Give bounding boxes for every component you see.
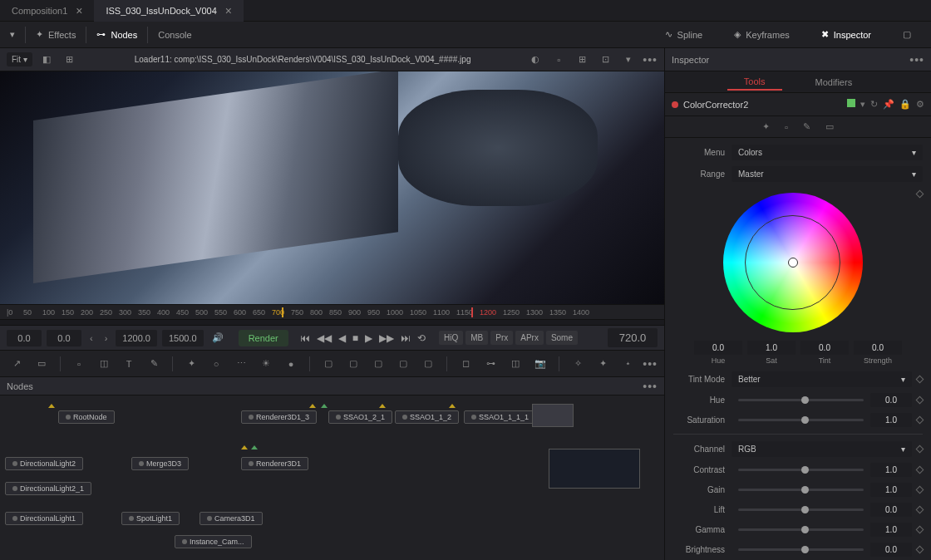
hue-value[interactable]: 0.0 bbox=[870, 393, 912, 407]
more-icon[interactable]: ••• bbox=[643, 380, 658, 393]
play-back-icon[interactable]: ◀ bbox=[338, 332, 346, 344]
inspector-button[interactable]: ✖ Inspector bbox=[811, 22, 881, 48]
tab-curves-icon[interactable]: ✎ bbox=[803, 121, 810, 132]
keyframes-button[interactable]: ◈ Keyframes bbox=[724, 22, 800, 48]
menu-button[interactable]: ▾ bbox=[0, 22, 25, 48]
sparkle-icon[interactable]: ✦ bbox=[181, 354, 201, 374]
play-icon[interactable]: ▶ bbox=[365, 332, 372, 344]
saturation-value[interactable]: 1.0 bbox=[870, 413, 912, 427]
lift-slider[interactable] bbox=[738, 508, 864, 511]
end-time[interactable]: 1500.0 bbox=[162, 330, 204, 346]
box3-icon[interactable]: ▢ bbox=[368, 354, 388, 374]
drop-icon[interactable]: ● bbox=[281, 354, 301, 374]
fx2-icon[interactable]: ✦ bbox=[593, 354, 613, 374]
effects-button[interactable]: ✦ Effects bbox=[26, 22, 86, 48]
node-dirlight2[interactable]: DirectionalLight2 bbox=[5, 457, 83, 470]
cube-icon[interactable]: ◫ bbox=[505, 354, 525, 374]
playhead-marker[interactable] bbox=[282, 307, 283, 317]
color-chip[interactable] bbox=[847, 99, 855, 107]
channel-dropdown[interactable]: RGB▾ bbox=[732, 441, 912, 457]
fforward-icon[interactable]: ▶▶ bbox=[379, 332, 394, 344]
expand-icon[interactable]: ⊡ bbox=[596, 51, 614, 69]
range-dropdown[interactable]: Master▾ bbox=[732, 166, 923, 182]
tint-value[interactable]: 0.0 bbox=[800, 341, 849, 355]
node-dirlight21[interactable]: DirectionalLight2_1 bbox=[5, 482, 91, 495]
aprx-button[interactable]: APrx bbox=[515, 331, 544, 345]
node-ssao1111[interactable]: SSAO1_1_1_1 bbox=[464, 410, 536, 424]
keyframe-button[interactable] bbox=[916, 486, 924, 494]
contrast-value[interactable]: 1.0 bbox=[870, 463, 912, 477]
last-frame-icon[interactable]: ⏭ bbox=[401, 332, 411, 344]
first-frame-icon[interactable]: ⏮ bbox=[300, 332, 310, 344]
some-button[interactable]: Some bbox=[546, 331, 578, 345]
dots-icon[interactable]: ⋯ bbox=[231, 354, 251, 374]
tab-settings-icon[interactable]: ▭ bbox=[825, 121, 834, 132]
sun-icon[interactable]: ☀ bbox=[256, 354, 276, 374]
time-ruler[interactable]: |0 50 100 150 200 250 300 350 400 450 50… bbox=[0, 304, 664, 319]
nodes-canvas[interactable]: RootNode Renderer3D1_3 SSAO1_2_1 SSAO1_1… bbox=[0, 395, 664, 560]
keyframe-button[interactable] bbox=[916, 546, 924, 554]
more-icon[interactable]: ••• bbox=[643, 357, 658, 371]
mb-button[interactable]: MB bbox=[466, 331, 488, 345]
circle-icon[interactable]: ○ bbox=[206, 354, 226, 374]
rect-icon[interactable]: ▭ bbox=[32, 354, 52, 374]
more-icon[interactable]: ••• bbox=[643, 53, 658, 66]
more-icon[interactable]: ••• bbox=[909, 53, 924, 66]
keyframe-button[interactable] bbox=[916, 416, 924, 425]
reset-icon[interactable]: ↻ bbox=[870, 99, 878, 110]
close-icon[interactable]: × bbox=[225, 4, 232, 17]
keyframe-button[interactable] bbox=[916, 506, 924, 514]
view-icon[interactable]: ▫ bbox=[549, 51, 568, 69]
settings-icon[interactable]: ⚙ bbox=[916, 99, 924, 110]
scrub-bar[interactable] bbox=[0, 319, 664, 326]
cam-icon[interactable]: 📷 bbox=[530, 354, 550, 374]
fx1-icon[interactable]: ✧ bbox=[568, 354, 588, 374]
gain-value[interactable]: 1.0 bbox=[870, 483, 912, 497]
pin-icon[interactable]: 📌 bbox=[883, 99, 894, 110]
audio-icon[interactable]: 🔊 bbox=[209, 332, 227, 343]
node-dirlight1[interactable]: DirectionalLight1 bbox=[5, 512, 83, 525]
tab-correction-icon[interactable]: ✦ bbox=[762, 121, 770, 132]
box5-icon[interactable]: ▢ bbox=[418, 354, 438, 374]
out-time[interactable]: 1200.0 bbox=[116, 330, 157, 346]
keyframe-button[interactable] bbox=[916, 466, 924, 474]
current-frame[interactable]: 720.0 bbox=[608, 328, 658, 347]
box4-icon[interactable]: ▢ bbox=[393, 354, 413, 374]
tintmode-dropdown[interactable]: Better▾ bbox=[732, 371, 912, 387]
hiq-button[interactable]: HiQ bbox=[439, 331, 463, 345]
color-wheel[interactable] bbox=[723, 193, 863, 332]
fx3-icon[interactable]: ⋆ bbox=[618, 354, 638, 374]
next-icon[interactable]: › bbox=[101, 333, 111, 343]
arrow-icon[interactable]: ↗ bbox=[7, 354, 27, 374]
node-thumb2[interactable] bbox=[549, 449, 640, 489]
monitor-button[interactable]: ▢ bbox=[893, 22, 921, 48]
node-renderer3d13[interactable]: Renderer3D1_3 bbox=[241, 410, 317, 424]
close-icon[interactable]: × bbox=[76, 4, 82, 17]
hue-slider[interactable] bbox=[738, 399, 864, 401]
split-icon[interactable]: ◧ bbox=[37, 51, 56, 69]
menu-dropdown[interactable]: Colors▾ bbox=[732, 145, 923, 160]
node-ssao21[interactable]: SSAO1_2_1 bbox=[328, 410, 392, 424]
keyframe-button[interactable] bbox=[916, 396, 924, 405]
keyframe-button[interactable] bbox=[916, 190, 924, 199]
saturation-slider[interactable] bbox=[738, 419, 864, 421]
node-rootnode[interactable]: RootNode bbox=[58, 410, 115, 424]
tab-tools[interactable]: Tools bbox=[727, 74, 782, 91]
tab-levels-icon[interactable]: ▫ bbox=[785, 122, 788, 132]
grid-icon[interactable]: ⊞ bbox=[61, 51, 79, 69]
gain-slider[interactable] bbox=[738, 489, 864, 491]
gamma-slider[interactable] bbox=[738, 528, 864, 531]
console-button[interactable]: Console bbox=[148, 22, 201, 48]
loop-icon[interactable]: ⟲ bbox=[417, 332, 426, 344]
in-time[interactable]: 0.0 bbox=[47, 330, 81, 346]
tab-composition1[interactable]: Composition1 × bbox=[0, 0, 94, 22]
brightness-value[interactable]: 0.0 bbox=[870, 543, 912, 557]
strength-value[interactable]: 0.0 bbox=[854, 341, 902, 355]
node-renderer3d1[interactable]: Renderer3D1 bbox=[241, 457, 308, 470]
chev-icon[interactable]: ▾ bbox=[619, 51, 638, 69]
start-time[interactable]: 0.0 bbox=[7, 330, 42, 346]
prx-button[interactable]: Prx bbox=[490, 331, 513, 345]
rewind-icon[interactable]: ◀◀ bbox=[317, 332, 332, 344]
color-icon[interactable]: ◐ bbox=[526, 51, 544, 69]
crop-icon[interactable]: ◫ bbox=[94, 354, 114, 374]
